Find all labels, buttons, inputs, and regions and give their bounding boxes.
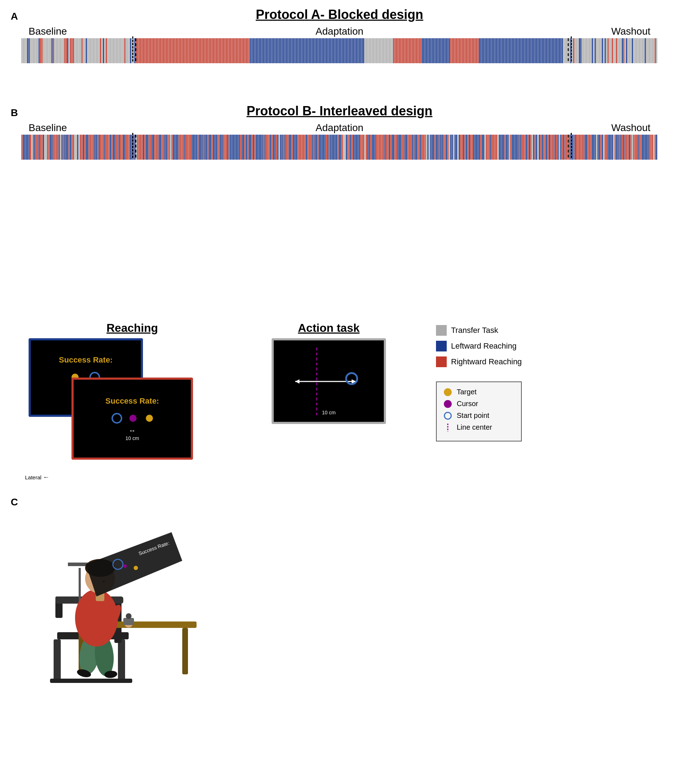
legend-sub-startpoint: Start point (444, 411, 514, 420)
phase-a-baseline: Baseline (28, 26, 67, 37)
dot-purple-red (129, 415, 136, 422)
legend-label-transfer: Transfer Task (451, 326, 498, 335)
svg-rect-13 (182, 628, 188, 674)
action-task-title: Action task (272, 322, 386, 335)
legend-linecenter-svg (444, 423, 452, 431)
panel-c-label: C (11, 497, 18, 508)
success-rate-blue: Success Rate: (59, 355, 113, 365)
svg-point-33 (123, 564, 127, 568)
svg-point-29 (126, 613, 131, 619)
phase-b-adaptation: Adaptation (316, 122, 363, 134)
dot-circle-red (111, 413, 122, 423)
legend-startpoint-label: Start point (457, 411, 489, 420)
legend-sub-target: Target (444, 388, 514, 396)
legend-leftward: Leftward Reaching (436, 341, 522, 351)
legend-swatch-blue (436, 341, 447, 351)
legend-label-leftward: Leftward Reaching (451, 342, 516, 351)
bottom-panels: Reaching Front ↑ Success Rate: (0, 322, 679, 488)
person-svg: Success Rate: (28, 497, 207, 704)
legend-swatch-gray (436, 325, 447, 336)
action-task-section: Action task 10 cm (272, 322, 386, 424)
legend-sub-linecenter: Line center (444, 423, 514, 431)
legend-sub-cursor: Cursor (444, 400, 514, 408)
reaching-section: Reaching Front ↑ Success Rate: (28, 322, 214, 488)
section-c: C (0, 493, 679, 704)
phase-a-washout: Washout (612, 26, 651, 37)
panel-a-label: A (11, 11, 18, 22)
success-rate-red: Success Rate: (105, 397, 159, 406)
divider-a-right (571, 36, 572, 61)
panel-b-label: B (11, 107, 18, 119)
protocol-b-title: Protocol B- Interleaved design (0, 103, 679, 119)
divider-a-left (132, 36, 133, 61)
lateral-label-group: Lateral ← (25, 473, 49, 481)
protocol-a-title: Protocol A- Blocked design (0, 7, 679, 22)
phase-a-adaptation: Adaptation (316, 26, 363, 37)
dots-row-red (111, 413, 153, 423)
legend-startpoint-circle (444, 412, 452, 420)
legend-swatch-red (436, 356, 447, 367)
divider-b-right (571, 133, 572, 158)
legend-target-dot (444, 388, 452, 396)
svg-rect-7 (118, 639, 125, 682)
section-b: B Protocol B- Interleaved design Baselin… (0, 103, 679, 161)
legend-target-label: Target (457, 388, 477, 396)
reaching-panel-red: Success Rate: ↔ 10 cm (72, 378, 193, 460)
dot-yellow-red (146, 415, 153, 422)
phase-b-baseline: Baseline (28, 122, 67, 134)
legend-cursor-dot (444, 400, 452, 408)
legend-linecenter-label: Line center (457, 423, 492, 431)
action-measurement: 10 cm (322, 410, 336, 415)
svg-rect-8 (50, 679, 132, 683)
legend-rightward: Rightward Reaching (436, 356, 522, 367)
divider-b-left (132, 133, 133, 158)
legend-cursor-label: Cursor (457, 400, 478, 408)
reaching-title: Reaching (50, 322, 214, 335)
phase-b-washout: Washout (612, 122, 651, 134)
section-a: A Protocol A- Blocked design Baseline Ad… (0, 7, 679, 65)
legend-section: Transfer Task Leftward Reaching Rightwar… (436, 325, 522, 442)
action-task-panel: 10 cm (272, 338, 386, 424)
svg-rect-6 (53, 639, 61, 682)
stripe-bar-a (22, 36, 657, 65)
lateral-arrow: ← (43, 473, 49, 481)
svg-marker-2 (295, 380, 299, 384)
svg-point-32 (134, 566, 138, 570)
stripe-bar-b (22, 133, 657, 161)
person-illustration: Success Rate: (28, 497, 207, 704)
measurement-red: 10 cm (125, 436, 139, 441)
legend-sub: Target Cursor Start point Line c (436, 381, 522, 442)
action-start-point (345, 372, 358, 385)
legend-label-rightward: Rightward Reaching (451, 357, 522, 367)
lateral-label: Lateral (25, 474, 41, 480)
legend-transfer: Transfer Task (436, 325, 522, 336)
